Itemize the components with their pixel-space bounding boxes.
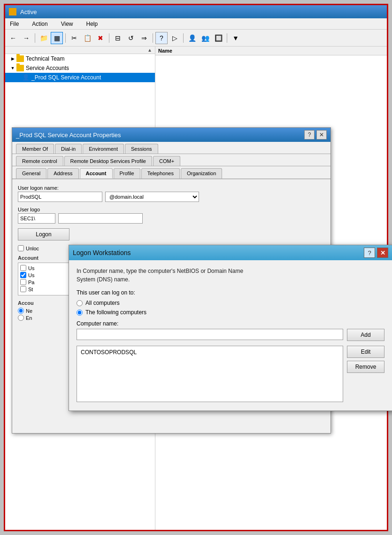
tab-general[interactable]: General <box>16 168 46 178</box>
menu-view[interactable]: View <box>58 20 76 28</box>
logon-description: In Computer name, type the computer's Ne… <box>77 267 384 284</box>
edit-button[interactable]: Edit <box>347 346 384 358</box>
radio-all-computers: All computers <box>77 300 384 306</box>
logon-side-buttons: Edit Remove <box>347 346 384 402</box>
properties-dialog-titlebar: _Prod SQL Service Account Properties ? ✕ <box>12 128 331 142</box>
account-opt-1-checkbox[interactable] <box>20 265 26 271</box>
user-logon-pre-domain-input[interactable] <box>18 213 55 224</box>
separator-3 <box>109 33 109 43</box>
logon-help-button[interactable]: ? <box>364 248 375 258</box>
run-button[interactable]: ▷ <box>169 32 181 44</box>
tree-item-technical-team[interactable]: ▶ Technical Team <box>5 54 155 63</box>
app-icon <box>9 8 16 16</box>
logon-desc-line1: In Computer name, type the computer's Ne… <box>77 268 243 274</box>
delete-button[interactable]: ✖ <box>94 32 107 44</box>
account-expires-never-label: Ne <box>26 308 32 314</box>
open-button[interactable]: 📁 <box>38 32 50 44</box>
radio-all-computers-input[interactable] <box>77 300 83 306</box>
tab-organization[interactable]: Organization <box>181 168 222 178</box>
tab-com-plus[interactable]: COM+ <box>153 156 180 166</box>
tab-address[interactable]: Address <box>47 168 78 178</box>
account-opt-4-label: St <box>28 287 33 292</box>
user-logon-pre-row <box>18 213 325 224</box>
user-logon-domain-select[interactable]: @domain.local <box>105 192 199 202</box>
help-button[interactable]: ? <box>155 32 168 44</box>
tab-row-2: Remote control Remote Desktop Services P… <box>12 154 331 166</box>
logon-radio-group: All computers The following computers <box>77 300 384 316</box>
cut-button[interactable]: ✂ <box>68 32 80 44</box>
account-expires-end-radio[interactable] <box>18 315 24 321</box>
tree-item-prod-sql[interactable]: _Prod SQL Service Account <box>5 73 155 82</box>
title-bar-text: Active <box>20 8 383 16</box>
copy-button[interactable]: 📋 <box>81 32 93 44</box>
add-button[interactable]: Add <box>347 329 384 341</box>
tree-label-technical-team: Technical Team <box>26 55 65 62</box>
user-logon-name-group: User logon name: @domain.local <box>18 185 325 202</box>
tab-remote-desktop[interactable]: Remote Desktop Services Profile <box>64 156 152 166</box>
tree-arrow-technical-team: ▶ <box>9 55 16 62</box>
radio-following-computers: The following computers <box>77 309 384 316</box>
account-opt-3-checkbox[interactable] <box>20 279 26 285</box>
user-logon-pre-name-input[interactable] <box>58 213 143 224</box>
tab-row-1: Member Of Dial-in Environment Sessions <box>12 142 331 154</box>
tree-label-prod-sql: _Prod SQL Service Account <box>31 74 101 81</box>
unlock-checkbox[interactable] <box>18 245 24 251</box>
refresh-button[interactable]: ↺ <box>125 32 137 44</box>
group-button[interactable]: 🔲 <box>212 32 224 44</box>
radio-following-computers-input[interactable] <box>77 310 83 316</box>
properties-dialog-controls: ? ✕ <box>304 130 327 140</box>
separator-1 <box>35 33 35 43</box>
computer-list-row: CONTOSOPRODSQL Edit Remove <box>77 346 384 402</box>
tab-environment[interactable]: Environment <box>83 144 124 154</box>
tab-remote-control[interactable]: Remote control <box>16 156 63 166</box>
menu-action[interactable]: Action <box>29 20 50 28</box>
tree-item-service-accounts[interactable]: ▼ Service Accounts <box>5 63 155 73</box>
scroll-up-indicator: ▲ <box>147 47 152 53</box>
logon-workstations-dialog: Logon Workstations ? ✕ In Computer name,… <box>69 245 392 411</box>
tab-sessions[interactable]: Sessions <box>125 144 158 154</box>
computer-name-input[interactable] <box>77 329 343 340</box>
user-logon-label: User logon name: <box>18 185 325 191</box>
account-expires-never-radio[interactable] <box>18 308 24 314</box>
properties-dialog-title: _Prod SQL Service Account Properties <box>16 132 121 139</box>
account-opt-2-label: Us <box>28 272 34 278</box>
toolbar: ← → 📁 ▦ ✂ 📋 ✖ ⊟ ↺ ⇒ ? ▷ 👤 👥 🔲 ▼ <box>5 30 387 47</box>
menu-file[interactable]: File <box>7 20 22 28</box>
properties-button[interactable]: ⊟ <box>112 32 124 44</box>
export-button[interactable]: ⇒ <box>138 32 150 44</box>
user-logon-row: @domain.local <box>18 192 325 202</box>
users-button[interactable]: 👥 <box>199 32 211 44</box>
menu-help[interactable]: Help <box>84 20 101 28</box>
logon-dialog-titlebar: Logon Workstations ? ✕ <box>69 245 392 260</box>
user-logon-input[interactable] <box>18 192 102 202</box>
tab-account[interactable]: Account <box>80 168 113 178</box>
tab-dial-in[interactable]: Dial-in <box>55 144 82 154</box>
tab-member-of[interactable]: Member Of <box>16 144 54 154</box>
logon-label: This user can log on to: <box>77 289 135 296</box>
logon-hours-button[interactable]: Logon <box>18 228 69 240</box>
tab-profile[interactable]: Profile <box>114 168 140 178</box>
tree-label-service-accounts: Service Accounts <box>26 65 69 71</box>
back-button[interactable]: ← <box>7 32 19 44</box>
forward-button[interactable]: → <box>20 32 32 44</box>
logon-close-button[interactable]: ✕ <box>377 248 388 258</box>
folder-icon-technical-team <box>16 55 24 62</box>
remove-button[interactable]: Remove <box>347 361 384 373</box>
radio-all-computers-label: All computers <box>85 300 120 306</box>
properties-help-button[interactable]: ? <box>304 130 315 140</box>
computer-name-label: Computer name: <box>77 320 384 327</box>
user-button[interactable]: 👤 <box>186 32 198 44</box>
account-opt-2-checkbox[interactable] <box>20 272 26 278</box>
view-button[interactable]: ▦ <box>51 32 63 44</box>
tab-telephones[interactable]: Telephones <box>141 168 180 178</box>
computer-name-input-row: Add <box>77 329 384 341</box>
properties-close-button[interactable]: ✕ <box>316 130 327 140</box>
filter-button[interactable]: ▼ <box>230 32 242 44</box>
unlock-label: Unloc <box>26 246 39 251</box>
account-opt-4-checkbox[interactable] <box>20 286 26 292</box>
account-expires-end-label: En <box>26 315 32 321</box>
computer-name-section: Computer name: Add <box>77 320 384 341</box>
folder-icon-service-accounts <box>16 65 24 71</box>
tree-arrow-service-accounts: ▼ <box>9 64 16 72</box>
logon-buttons-row: Logon <box>18 228 325 240</box>
